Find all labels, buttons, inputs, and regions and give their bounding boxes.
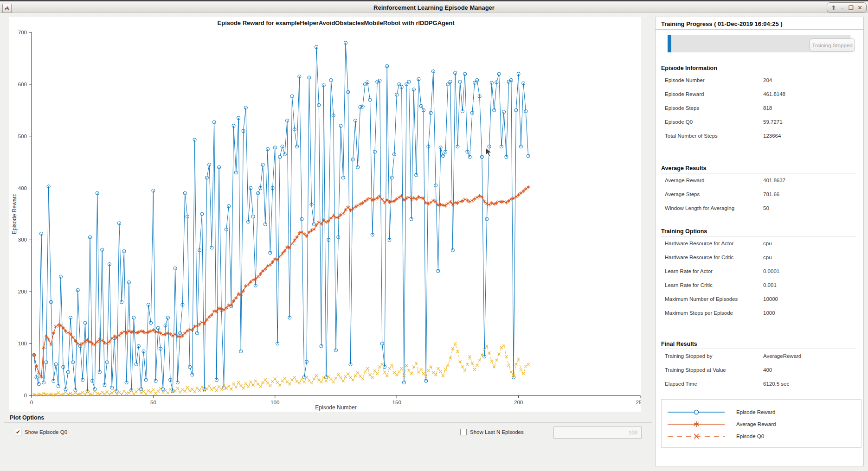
window-title: Reinforcement Learning Episode Manager [0,4,868,11]
info-row-value: 0.001 [763,282,777,288]
svg-text:500: 500 [18,134,27,139]
episode-reward-plot: 0100200300400500600700050100150200250 [9,17,641,412]
info-row-label: Maximum Steps per Episode [665,310,763,316]
training-progress-panel: Training Progress ( 01-Dec-2019 16:04:25… [655,17,864,466]
show-episode-q0-label: Show Episode Q0 [25,429,67,435]
info-row: Hardware Resource for Actorcpu [656,236,863,250]
chart-legend: Episode RewardAverage RewardEpisode Q0 [661,399,862,448]
mouse-cursor [485,147,492,157]
plot-options-header: Plot Options [10,414,44,421]
info-row: Window Length for Averaging50 [656,201,863,215]
info-row-value: 781.66 [763,191,779,197]
svg-text:100: 100 [18,341,27,346]
info-row-value: 461.8148 [763,91,785,97]
last-n-episodes-input[interactable] [553,426,642,439]
info-row: Learn Rate for Critic0.001 [656,278,863,292]
section-final-results: Final ResultsTraining Stopped byAverageR… [656,339,863,391]
show-episode-q0-checkbox[interactable]: ✔ [15,429,21,435]
info-row-value: 50 [763,205,769,211]
info-row-value: cpu [763,255,772,260]
asterisk-legend-sample-icon [668,420,725,428]
info-row: Total Number of Steps123664 [656,129,863,143]
info-row-label: Elapsed Time [665,381,763,387]
training-progress-fill [668,35,671,52]
legend-entry: Average Reward [662,418,861,430]
shade-window-button[interactable]: ⬆ [829,4,838,12]
section-training-options: Training OptionsHardware Resource for Ac… [656,227,863,320]
window-controls: ⬆ – ❐ ✕ [827,2,867,13]
panel-header-divider [656,29,863,30]
x-legend-sample-icon [668,433,725,440]
info-row-value: 400 [763,367,772,373]
legend-entry-label: Average Reward [736,421,776,427]
info-row: Episode Reward461.8148 [656,87,863,101]
info-row: Episode Number204 [656,73,863,87]
svg-text:200: 200 [18,289,27,294]
info-row-label: Average Reward [665,178,763,183]
info-row-value: 818 [763,105,772,111]
info-row-value: 401.8637 [763,178,785,183]
svg-text:700: 700 [18,30,27,35]
section-episode-information: Episode InformationEpisode Number204Epis… [656,64,863,143]
legend-sample [668,420,725,428]
info-row-label: Episode Reward [665,91,763,97]
info-row-label: Total Number of Steps [665,133,763,139]
info-row-value: 59.7271 [763,119,783,125]
legend-entry: Episode Reward [662,406,861,418]
svg-text:600: 600 [18,82,27,87]
section-title: Training Options [661,227,863,236]
info-row-label: Episode Q0 [665,119,763,125]
minimize-window-button[interactable]: – [838,4,847,12]
info-row: Hardware Resource for Criticcpu [656,250,863,264]
info-row-label: Hardware Resource for Critic [665,255,763,260]
info-row-value: 6120.5 sec [763,381,789,387]
x-axis-label: Episode Number [32,404,640,411]
info-row-label: Learn Rate for Actor [665,268,763,274]
info-row: Average Reward401.8637 [656,173,863,187]
info-row: Training Stopped byAverageReward [656,349,863,363]
svg-text:0: 0 [24,393,27,398]
info-row: Maximum Steps per Episode1000 [656,306,863,320]
section-title: Episode Information [661,64,863,73]
legend-entry-label: Episode Q0 [736,433,764,439]
legend-sample [668,408,725,416]
legend-entry: Episode Q0 [662,430,861,442]
close-window-button[interactable]: ✕ [856,4,864,12]
section-title: Final Results [661,339,863,349]
info-row-label: Training Stopped at Value [665,367,763,373]
section-title: Average Results [661,164,863,173]
episode-reward-chart-panel: 0100200300400500600700050100150200250 Ep… [9,17,641,412]
title-bar: Reinforcement Learning Episode Manager ⬆… [0,0,868,13]
info-row-value: AverageReward [763,353,801,359]
restore-window-button[interactable]: ❐ [847,4,855,12]
plot-options-divider [4,422,652,423]
info-row-value: 10000 [763,296,778,302]
training-progress-header: Training Progress ( 01-Dec-2019 16:04:25… [661,20,783,27]
info-row-label: Episode Steps [665,105,763,111]
legend-sample [668,433,725,440]
chart-title: Episode Reward for exampleHelperAvoidObs… [32,19,640,26]
circle-legend-sample-icon [668,408,725,416]
info-row: Learn Rate for Actor0.0001 [656,264,863,278]
training-stopped-button[interactable]: Training Stopped [810,38,855,52]
info-row-value: 1000 [763,310,775,316]
info-row-value: cpu [763,241,772,246]
info-row-value: 204 [763,77,772,83]
rl-episode-manager-window: { "window": { "title": "Reinforcement Le… [0,0,868,471]
section-average-results: Average ResultsAverage Reward401.8637Ave… [656,164,863,215]
info-row-label: Episode Number [665,77,763,83]
y-axis-label: Episode Reward [11,126,18,302]
info-row: Elapsed Time6120.5 sec [656,377,863,391]
info-row-label: Hardware Resource for Actor [665,241,763,246]
info-row-label: Window Length for Averaging [665,205,763,211]
info-row: Episode Q059.7271 [656,115,863,129]
svg-text:400: 400 [18,185,27,191]
show-last-n-option: Show Last N Episodes [460,428,524,436]
info-row: Maximum Number of Episodes10000 [656,292,863,306]
show-episode-q0-option: ✔ Show Episode Q0 [15,428,67,436]
show-last-n-checkbox[interactable] [460,429,467,435]
info-row-label: Average Steps [665,191,763,197]
info-row-label: Learn Rate for Critic [665,282,763,288]
show-last-n-label: Show Last N Episodes [470,429,524,435]
info-row: Episode Steps818 [656,101,863,115]
